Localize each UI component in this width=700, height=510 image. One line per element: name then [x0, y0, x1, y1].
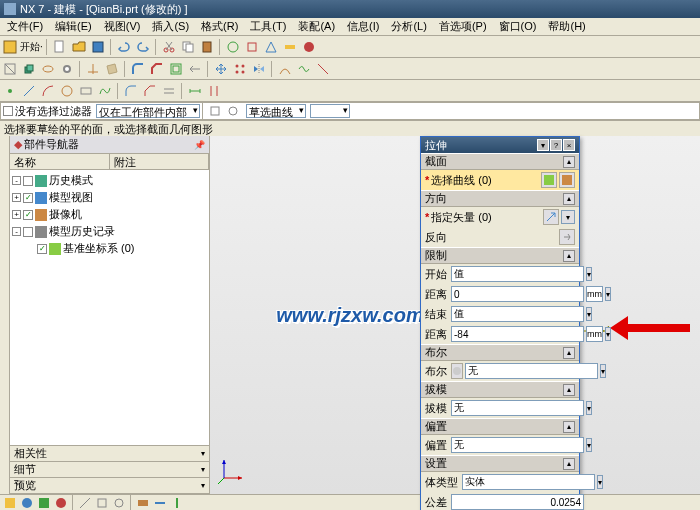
sec-face[interactable]: 截面▴: [421, 154, 579, 170]
menu-file[interactable]: 文件(F): [2, 18, 48, 35]
revolve-icon[interactable]: [39, 60, 57, 78]
chamfer-icon[interactable]: [148, 60, 166, 78]
left-resource-bar[interactable]: [0, 136, 10, 494]
tool-e-icon[interactable]: [300, 38, 318, 56]
bt10-icon[interactable]: [169, 496, 185, 510]
menu-window[interactable]: 窗口(O): [494, 18, 542, 35]
vector-dd[interactable]: ▾: [561, 210, 575, 224]
dlg-dd-icon[interactable]: ▾: [537, 139, 549, 151]
nav-tree[interactable]: -历史模式+✓模型视图+✓摄像机-模型历史记录✓基准坐标系 (0): [10, 170, 209, 445]
unit1[interactable]: mm: [586, 286, 603, 302]
body-val[interactable]: [462, 474, 595, 490]
offset-dd[interactable]: ▾: [586, 438, 592, 452]
bt5-icon[interactable]: [77, 496, 93, 510]
mirror-icon[interactable]: [250, 60, 268, 78]
hole-icon[interactable]: [58, 60, 76, 78]
vector-icon[interactable]: [543, 209, 559, 225]
dlg-pin-icon[interactable]: ?: [550, 139, 562, 151]
curve-rule-icon[interactable]: [541, 172, 557, 188]
filter-scope[interactable]: 仅在工作部件内部: [96, 104, 200, 118]
blend-icon[interactable]: [129, 60, 147, 78]
arc-icon[interactable]: [39, 82, 57, 100]
draft-val[interactable]: [451, 400, 584, 416]
tol-val[interactable]: [451, 494, 584, 510]
sec-offset[interactable]: 偏置▴: [421, 419, 579, 435]
menu-view[interactable]: 视图(V): [99, 18, 146, 35]
tree-item[interactable]: -模型历史记录: [12, 223, 207, 240]
bt2-icon[interactable]: [19, 496, 35, 510]
dist2-dd[interactable]: ▾: [605, 327, 611, 341]
bt7-icon[interactable]: [111, 496, 127, 510]
line-icon[interactable]: [20, 82, 38, 100]
tree-item[interactable]: -历史模式: [12, 172, 207, 189]
end-type[interactable]: [451, 306, 584, 322]
constraint-icon[interactable]: [205, 82, 223, 100]
dlg-titlebar[interactable]: 拉伸 ▾ ? ×: [421, 137, 579, 153]
reverse-icon[interactable]: [559, 229, 575, 245]
menu-help[interactable]: 帮助(H): [543, 18, 590, 35]
tab-details[interactable]: 细节▾: [10, 462, 209, 478]
row-select-curve[interactable]: *选择曲线 (0): [421, 170, 579, 190]
bool-dd[interactable]: ▾: [600, 364, 606, 378]
start-type[interactable]: [451, 266, 584, 282]
unit2[interactable]: mm: [586, 326, 603, 342]
move-icon[interactable]: [212, 60, 230, 78]
sec-bool[interactable]: 布尔▴: [421, 345, 579, 361]
shell-icon[interactable]: [167, 60, 185, 78]
spline-icon[interactable]: [96, 82, 114, 100]
end-dist[interactable]: [451, 326, 584, 342]
plane-icon[interactable]: [103, 60, 121, 78]
point-icon[interactable]: [1, 82, 19, 100]
save-icon[interactable]: [89, 38, 107, 56]
filter-btn2[interactable]: [224, 102, 242, 120]
menu-info[interactable]: 信息(I): [342, 18, 384, 35]
trim-icon[interactable]: [186, 60, 204, 78]
bt8-icon[interactable]: [135, 496, 151, 510]
rect-icon[interactable]: [77, 82, 95, 100]
copy-icon[interactable]: [179, 38, 197, 56]
curve1-icon[interactable]: [276, 60, 294, 78]
sec-dir[interactable]: 方向▴: [421, 191, 579, 207]
filter-select2[interactable]: [310, 104, 350, 118]
sec-limits[interactable]: 限制▴: [421, 248, 579, 264]
menu-edit[interactable]: 编辑(E): [50, 18, 97, 35]
sec-draft[interactable]: 拔模▴: [421, 382, 579, 398]
tree-item[interactable]: +✓摄像机: [12, 206, 207, 223]
filter-btn1[interactable]: [206, 102, 224, 120]
tree-item[interactable]: ✓基准坐标系 (0): [12, 240, 207, 257]
chamfer2-icon[interactable]: [141, 82, 159, 100]
dist1-dd[interactable]: ▾: [605, 287, 611, 301]
paste-icon[interactable]: [198, 38, 216, 56]
end-dd[interactable]: ▾: [586, 307, 592, 321]
curve2-icon[interactable]: [295, 60, 313, 78]
tree-item[interactable]: +✓模型视图: [12, 189, 207, 206]
tab-preview[interactable]: 预览▾: [10, 478, 209, 494]
body-dd[interactable]: ▾: [597, 475, 603, 489]
menu-analysis[interactable]: 分析(L): [386, 18, 431, 35]
curve3-icon[interactable]: [314, 60, 332, 78]
fillet-icon[interactable]: [122, 82, 140, 100]
new-icon[interactable]: [51, 38, 69, 56]
menu-insert[interactable]: 插入(S): [147, 18, 194, 35]
offset-val[interactable]: [451, 437, 584, 453]
datum-icon[interactable]: [84, 60, 102, 78]
circle-icon[interactable]: [58, 82, 76, 100]
tab-deps[interactable]: 相关性▾: [10, 446, 209, 462]
offset-icon[interactable]: [160, 82, 178, 100]
menu-assembly[interactable]: 装配(A): [293, 18, 340, 35]
tool-d-icon[interactable]: [281, 38, 299, 56]
dim-icon[interactable]: [186, 82, 204, 100]
redo-icon[interactable]: [134, 38, 152, 56]
open-icon[interactable]: [70, 38, 88, 56]
col-name[interactable]: 名称: [10, 154, 110, 169]
bt4-icon[interactable]: [53, 496, 69, 510]
cut-icon[interactable]: [160, 38, 178, 56]
tool-a-icon[interactable]: [224, 38, 242, 56]
tool-c-icon[interactable]: [262, 38, 280, 56]
extrude-icon[interactable]: [20, 60, 38, 78]
sketch-section-icon[interactable]: [559, 172, 575, 188]
menu-tools[interactable]: 工具(T): [245, 18, 291, 35]
start-dd[interactable]: ▾: [586, 267, 592, 281]
filter-select[interactable]: 草选曲线: [246, 104, 306, 118]
menu-prefs[interactable]: 首选项(P): [434, 18, 492, 35]
